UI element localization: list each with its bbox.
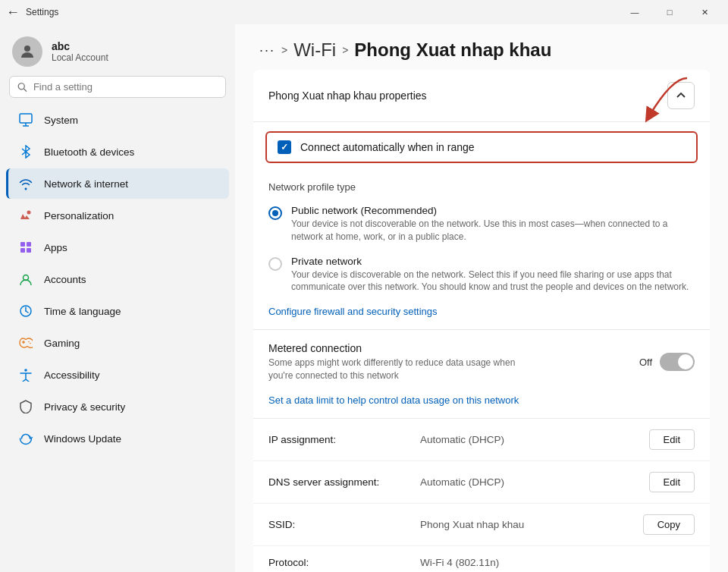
search-input[interactable] <box>33 81 218 93</box>
breadcrumb-current: Phong Xuat nhap khau <box>354 39 551 61</box>
sidebar: abc Local Account System <box>0 24 235 572</box>
metered-connection-row: Metered connection Some apps might work … <box>253 330 710 394</box>
chevron-up-icon <box>676 90 686 101</box>
svg-rect-3 <box>20 114 32 123</box>
public-network-option[interactable]: Public network (Recommended) Your device… <box>253 199 710 250</box>
breadcrumb-wifi[interactable]: Wi-Fi <box>293 39 336 61</box>
time-icon <box>18 303 33 319</box>
user-name: abc <box>52 40 108 52</box>
firewall-link[interactable]: Configure firewall and security settings <box>253 300 710 329</box>
dns-assignment-edit-button[interactable]: Edit <box>649 472 695 492</box>
accessibility-icon <box>18 367 33 382</box>
main-content: ··· > Wi-Fi > Phong Xuat nhap khau Phong… <box>235 24 728 572</box>
svg-point-6 <box>27 211 31 215</box>
ip-assignment-label: IP assignment: <box>268 434 420 445</box>
svg-line-2 <box>24 89 27 92</box>
metered-toggle[interactable] <box>660 353 695 371</box>
metered-right: Off <box>639 353 695 371</box>
network-icon <box>18 176 33 191</box>
nav-apps[interactable]: Apps <box>6 232 229 262</box>
connect-auto-row: Connect automatically when in range <box>265 131 698 163</box>
nav-bluetooth-label: Bluetooth & devices <box>44 146 134 158</box>
user-account-type: Local Account <box>52 52 108 63</box>
nav-time[interactable]: Time & language <box>6 296 229 326</box>
window-controls: — □ ✕ <box>617 0 722 24</box>
nav-bluetooth[interactable]: Bluetooth & devices <box>6 137 229 167</box>
svg-point-1 <box>18 83 24 89</box>
public-network-radio[interactable] <box>268 206 282 220</box>
protocol-label: Protocol: <box>268 557 420 568</box>
ssid-copy-button[interactable]: Copy <box>643 514 695 535</box>
ssid-row: SSID: Phong Xuat nhap khau Copy <box>253 504 710 546</box>
private-network-title: Private network <box>291 256 695 267</box>
close-button[interactable]: ✕ <box>687 0 722 24</box>
search-box[interactable] <box>9 76 226 98</box>
protocol-value: Wi-Fi 4 (802.11n) <box>420 557 695 568</box>
nav-accounts-label: Accounts <box>44 274 86 285</box>
connect-auto-checkbox[interactable] <box>278 140 291 154</box>
private-network-radio[interactable] <box>268 257 282 271</box>
nav-network-label: Network & internet <box>44 178 128 190</box>
private-network-content: Private network Your device is discovera… <box>291 256 695 294</box>
protocol-row: Protocol: Wi-Fi 4 (802.11n) <box>253 546 710 572</box>
ip-assignment-edit-button[interactable]: Edit <box>649 429 695 450</box>
nav-apps-label: Apps <box>44 242 67 253</box>
svg-rect-10 <box>27 248 31 253</box>
avatar <box>12 36 42 67</box>
user-info: abc Local Account <box>52 40 108 63</box>
nav-privacy[interactable]: Privacy & security <box>6 391 229 422</box>
nav-network[interactable]: Network & internet <box>6 168 229 199</box>
system-icon <box>18 112 33 127</box>
svg-point-17 <box>28 341 30 343</box>
nav-personalization[interactable]: Personalization <box>6 200 229 231</box>
nav-gaming[interactable]: Gaming <box>6 328 229 358</box>
breadcrumb-sep2: > <box>342 44 348 56</box>
private-network-option[interactable]: Private network Your device is discovera… <box>253 250 710 300</box>
update-icon <box>18 431 33 446</box>
public-network-content: Public network (Recommended) Your device… <box>291 205 695 244</box>
breadcrumb-dots: ··· <box>259 42 275 58</box>
connect-auto-label: Connect automatically when in range <box>300 141 475 153</box>
breadcrumb-sep1: > <box>281 44 287 56</box>
nav-update[interactable]: Windows Update <box>6 423 229 454</box>
data-limit-link[interactable]: Set a data limit to help control data us… <box>253 394 710 418</box>
nav-accessibility[interactable]: Accessibility <box>6 360 229 390</box>
apps-icon <box>18 240 33 255</box>
nav-privacy-label: Privacy & security <box>44 401 125 413</box>
nav-time-label: Time & language <box>44 306 121 317</box>
title-bar: ← Settings — □ ✕ <box>0 0 728 24</box>
svg-line-14 <box>26 311 28 313</box>
nav-accounts[interactable]: Accounts <box>6 264 229 294</box>
breadcrumb: ··· > Wi-Fi > Phong Xuat nhap khau <box>235 24 728 70</box>
network-profile-label: Network profile type <box>253 172 710 199</box>
nav-system[interactable]: System <box>6 105 229 135</box>
properties-section: Phong Xuat nhap khau properties <box>253 70 710 572</box>
app-title: Settings <box>26 7 58 17</box>
accounts-icon <box>18 272 33 287</box>
public-network-desc: Your device is not discoverable on the n… <box>291 218 695 244</box>
ip-assignment-value: Automatic (DHCP) <box>420 434 649 445</box>
dns-assignment-label: DNS server assignment: <box>268 476 420 488</box>
nav-system-label: System <box>44 115 78 126</box>
svg-point-0 <box>24 46 30 52</box>
back-button[interactable]: ← <box>6 5 20 20</box>
public-network-title: Public network (Recommended) <box>291 205 695 216</box>
dns-assignment-value: Automatic (DHCP) <box>420 476 649 488</box>
nav-accessibility-label: Accessibility <box>44 369 100 381</box>
private-network-desc: Your device is discoverable on the netwo… <box>291 269 695 294</box>
svg-point-19 <box>24 369 27 372</box>
toggle-state-label: Off <box>639 357 652 368</box>
user-section: abc Local Account <box>0 24 235 76</box>
bluetooth-icon <box>18 144 33 159</box>
ssid-value: Phong Xuat nhap khau <box>420 519 643 530</box>
ip-assignment-row: IP assignment: Automatic (DHCP) Edit <box>253 419 710 461</box>
maximize-button[interactable]: □ <box>652 0 687 24</box>
svg-rect-8 <box>27 242 31 247</box>
nav-personalization-label: Personalization <box>44 210 114 222</box>
svg-rect-7 <box>20 242 25 247</box>
chevron-up-button[interactable] <box>667 82 695 109</box>
properties-title: Phong Xuat nhap khau properties <box>268 90 427 102</box>
minimize-button[interactable]: — <box>617 0 652 24</box>
metered-left: Metered connection Some apps might work … <box>268 342 541 382</box>
properties-header: Phong Xuat nhap khau properties <box>253 70 710 122</box>
